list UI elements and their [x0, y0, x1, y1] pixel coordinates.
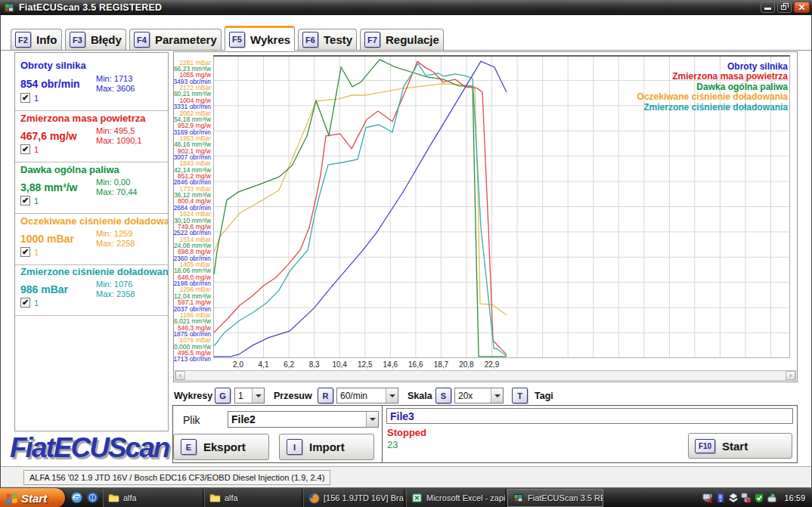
eksport-key-badge: E: [181, 439, 197, 455]
close-button[interactable]: ✕: [794, 2, 810, 13]
parameter-checkbox[interactable]: ✔: [20, 298, 30, 308]
parameter-max: Max: 2358: [96, 289, 135, 298]
tab-bdy[interactable]: F3Błędy: [65, 29, 126, 50]
quick-launch-bar: [71, 492, 98, 503]
tab-label: Regulacje: [386, 33, 439, 46]
y-axis-label: 42,14 mm³/w: [172, 167, 211, 174]
przesuw-key-badge: R: [318, 388, 333, 403]
parameter-check-label: 1: [34, 145, 39, 154]
status-text: Stopped: [387, 427, 426, 438]
vehicle-info-text: ALFA 156 '02 1.9 JTD 16V / Bosch EDC16 C…: [29, 473, 324, 482]
x-axis-label: 16,6: [403, 360, 429, 369]
y-axis-label: 3331 obr/min: [172, 104, 211, 110]
wykresy-dropdown[interactable]: 1: [234, 388, 265, 403]
checkmark-icon: ✔: [22, 196, 29, 206]
dropdown-arrow-icon[interactable]: [252, 388, 264, 403]
start-key-badge: F10: [695, 439, 715, 453]
taskbar-task-1[interactable]: alfa: [204, 489, 302, 507]
legend-item: Obroty silnika: [637, 62, 788, 72]
minimize-button[interactable]: [761, 2, 775, 13]
przesuw-dropdown[interactable]: 60/min: [336, 388, 398, 403]
chart-horizontal-scrollbar[interactable]: ‹ ›: [175, 370, 796, 381]
taskbar-task-0[interactable]: alfa: [103, 489, 203, 507]
y-axis-label: 18,06 mm³/w: [172, 267, 211, 274]
import-button[interactable]: I Import: [279, 434, 374, 460]
y-axis-label: 0,000 mm³/w: [172, 344, 211, 351]
tab-strip: F2InfoF3BłędyF4ParameteryF5WykresF6Testy…: [1, 26, 811, 51]
skala-dropdown[interactable]: 20x: [454, 388, 504, 403]
parameter-sidebar: Obroty silnika854 obr/minMin: 1713Max: 3…: [14, 52, 169, 431]
dropdown-arrow-icon[interactable]: [491, 388, 503, 403]
network-offline-icon[interactable]: [702, 493, 713, 503]
eksport-button[interactable]: E Eksport: [173, 434, 269, 460]
x-axis-label: 14,6: [377, 360, 403, 369]
parameter-max: Max: 1090,1: [96, 136, 142, 145]
x-axis-label: 22,9: [479, 360, 505, 369]
parameter-checkbox[interactable]: ✔: [20, 196, 30, 206]
y-axis-label: 1713 obr/min: [172, 356, 211, 363]
scroll-right-arrow-icon[interactable]: ›: [786, 371, 795, 380]
y-axis-label: 800,4 mg/w: [172, 198, 211, 205]
tab-parametery[interactable]: F4Parametery: [129, 29, 222, 50]
import-key-badge: I: [287, 439, 302, 455]
start-button[interactable]: F10 Start: [688, 433, 792, 459]
taskbar-task-2[interactable]: [156 1.9JTD 16V] Bra...: [303, 489, 404, 507]
parameter-block: Dawka ogólna paliwa3,88 mm³/wMin: 0,00Ma…: [15, 162, 168, 214]
parameter-max: Max: 2258: [96, 239, 135, 248]
tab-wykres[interactable]: F5Wykres: [225, 26, 295, 51]
parameter-block: Zmierzone ciśnienie doładowania986 mBarM…: [15, 264, 168, 316]
window-titlebar: FiatECUScan 3.5 REGISTERED ✕: [0, 0, 812, 15]
task-label: [156 1.9JTD 16V] Bra...: [324, 493, 404, 502]
tab-regulacje[interactable]: F7Regulacje: [360, 29, 444, 50]
y-axis-label: 1843 mBar: [172, 160, 211, 167]
y-axis-label: 54,18 mm³/w: [172, 116, 211, 123]
parameter-value: 467,6 mg/w: [20, 130, 77, 142]
plik-dropdown[interactable]: File2: [228, 411, 379, 428]
scroll-left-arrow-icon[interactable]: ‹: [175, 371, 185, 380]
wykresy-label: Wykresy: [174, 391, 212, 401]
restore-button[interactable]: [777, 2, 792, 13]
browser-icon[interactable]: [87, 492, 98, 503]
y-axis-label: 495,5 mg/w: [172, 350, 211, 357]
skala-label: Skala: [408, 391, 432, 401]
dropbox-icon[interactable]: [728, 493, 739, 503]
parameter-min: Min: 1259: [96, 229, 132, 238]
windows-logo-icon: [5, 492, 18, 504]
internet-explorer-icon[interactable]: [71, 492, 82, 503]
file-name-input[interactable]: [386, 408, 793, 424]
y-axis-label: 36,12 mm³/w: [172, 192, 211, 199]
firefox-icon: [308, 493, 320, 503]
bluetooth-icon[interactable]: [715, 493, 726, 503]
start-menu-button[interactable]: Start: [0, 488, 65, 507]
taskbar-task-3[interactable]: Microsoft Excel - zapi...: [406, 489, 506, 507]
parameter-value: 1000 mBar: [20, 233, 74, 245]
update-icon[interactable]: [767, 493, 777, 503]
tab-info[interactable]: F2Info: [11, 29, 62, 50]
excel-icon: [411, 493, 423, 503]
tab-testy[interactable]: F6Testy: [298, 29, 357, 50]
y-axis-label: 2522 obr/min: [172, 230, 211, 236]
scrollbar-thumb[interactable]: [185, 371, 787, 380]
dropdown-arrow-icon[interactable]: [386, 388, 398, 403]
parameter-name: Dawka ogólna paliwa: [20, 164, 168, 175]
lan-disconnected-icon[interactable]: [741, 493, 752, 503]
tab-key-badge: F4: [134, 32, 150, 48]
y-axis-label: 2360 obr/min: [172, 255, 211, 262]
y-axis-label: 3007 obr/min: [172, 154, 211, 161]
parameter-checkbox[interactable]: ✔: [20, 144, 30, 154]
antivirus-icon[interactable]: [754, 493, 764, 503]
parameter-checkbox[interactable]: ✔: [20, 93, 30, 103]
y-axis-label: 1514 mBar: [172, 236, 211, 243]
y-axis-label: 902,1 mg/w: [172, 148, 211, 155]
close-icon: ✕: [795, 2, 809, 12]
tab-key-badge: F3: [70, 32, 85, 48]
fiatecuscan-logo: FiatECUScan: [10, 432, 169, 464]
tab-label: Info: [36, 33, 57, 46]
y-axis-label: 3493 obr/min: [172, 79, 211, 85]
dropdown-arrow-icon[interactable]: [366, 412, 378, 427]
taskbar-task-4[interactable]: FiatECUScan 3.5 REG...: [507, 489, 603, 507]
task-label: alfa: [225, 493, 238, 502]
app-window: F2InfoF3BłędyF4ParameteryF5WykresF6Testy…: [0, 15, 812, 487]
parameter-checkbox[interactable]: ✔: [20, 247, 30, 257]
checkmark-icon: ✔: [22, 298, 29, 308]
